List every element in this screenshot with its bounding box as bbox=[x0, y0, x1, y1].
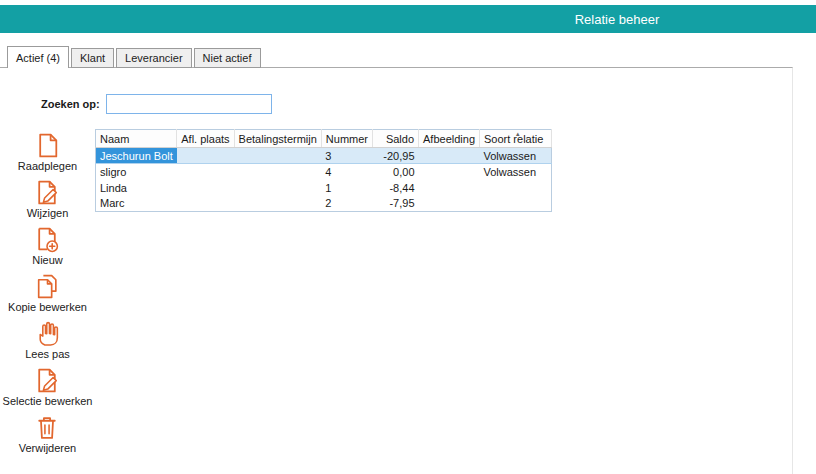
table-cell[interactable] bbox=[419, 196, 480, 212]
table-cell[interactable] bbox=[234, 196, 321, 212]
trash-icon bbox=[34, 414, 60, 441]
table-cell[interactable] bbox=[234, 148, 321, 164]
table-body: Jeschurun Bolt3-20,95Volwassensligro40,0… bbox=[96, 148, 552, 212]
window-title: Relatie beheer bbox=[575, 12, 660, 27]
column-header-label: Soort relatie bbox=[484, 133, 543, 145]
action-label: Wijzigen bbox=[27, 207, 69, 219]
table-cell[interactable]: -7,95 bbox=[373, 196, 419, 212]
action-nieuw[interactable]: Nieuw bbox=[32, 226, 63, 266]
table-cell[interactable]: sligro bbox=[96, 164, 177, 180]
table-row[interactable]: sligro40,00Volwassen bbox=[96, 164, 552, 180]
table-cell[interactable] bbox=[419, 180, 480, 196]
table-cell[interactable]: -20,95 bbox=[373, 148, 419, 164]
action-raadplegen[interactable]: Raadplegen bbox=[18, 132, 77, 172]
table-cell[interactable]: 3 bbox=[321, 148, 372, 164]
column-header-soort-relatie[interactable]: ▴ Soort relatie bbox=[480, 130, 552, 148]
table-cell[interactable]: 0,00 bbox=[373, 164, 419, 180]
column-header-saldo[interactable]: Saldo bbox=[373, 130, 419, 148]
document-view-icon bbox=[35, 132, 61, 159]
table-cell[interactable]: Volwassen bbox=[480, 148, 552, 164]
table-cell[interactable]: Jeschurun Bolt bbox=[96, 148, 177, 164]
action-label: Selectie bewerken bbox=[3, 395, 93, 407]
read-card-hand-icon bbox=[35, 320, 61, 347]
column-header-afbeelding[interactable]: Afbeelding bbox=[419, 130, 480, 148]
action-kopie-bewerken[interactable]: Kopie bewerken bbox=[8, 273, 87, 313]
column-header-nummer[interactable]: Nummer bbox=[321, 130, 372, 148]
copy-document-icon bbox=[34, 273, 60, 300]
action-verwijderen[interactable]: Verwijderen bbox=[19, 414, 76, 454]
table-cell[interactable]: 2 bbox=[321, 196, 372, 212]
action-lees-pas[interactable]: Lees pas bbox=[25, 320, 70, 360]
table-cell[interactable]: Linda bbox=[96, 180, 177, 196]
relations-table: Naam Afl. plaats Betalingstermijn Nummer… bbox=[95, 129, 552, 212]
tab-niet-actief[interactable]: Niet actief bbox=[194, 48, 261, 68]
search-label: Zoeken op: bbox=[41, 98, 100, 110]
table-cell[interactable]: 4 bbox=[321, 164, 372, 180]
table-row[interactable]: Linda1-8,44 bbox=[96, 180, 552, 196]
document-edit-icon bbox=[34, 179, 60, 206]
content-area: Zoeken op: Raadplegen Wijzigen bbox=[0, 67, 793, 474]
table-cell[interactable] bbox=[177, 148, 234, 164]
tab-bar: Actief (4) Klant Leverancier Niet actief bbox=[7, 46, 263, 68]
column-header-naam[interactable]: Naam bbox=[96, 130, 177, 148]
sort-ascending-icon: ▴ bbox=[516, 130, 520, 137]
action-wijzigen[interactable]: Wijzigen bbox=[27, 179, 69, 219]
table-cell[interactable] bbox=[234, 164, 321, 180]
tab-actief[interactable]: Actief (4) bbox=[7, 46, 69, 68]
action-label: Nieuw bbox=[32, 254, 63, 266]
search-input[interactable] bbox=[106, 94, 272, 114]
column-header-afl-plaats[interactable]: Afl. plaats bbox=[177, 130, 234, 148]
tab-leverancier[interactable]: Leverancier bbox=[116, 48, 191, 68]
table-cell[interactable] bbox=[480, 196, 552, 212]
action-sidebar: Raadplegen Wijzigen Nieuw bbox=[0, 132, 95, 461]
table-header-row: Naam Afl. plaats Betalingstermijn Nummer… bbox=[96, 130, 552, 148]
table-cell[interactable] bbox=[419, 164, 480, 180]
table-row[interactable]: Marc2-7,95 bbox=[96, 196, 552, 212]
tab-klant[interactable]: Klant bbox=[71, 48, 114, 68]
table-row[interactable]: Jeschurun Bolt3-20,95Volwassen bbox=[96, 148, 552, 164]
table-cell[interactable] bbox=[480, 180, 552, 196]
table-cell[interactable]: Volwassen bbox=[480, 164, 552, 180]
action-label: Lees pas bbox=[25, 348, 70, 360]
action-label: Kopie bewerken bbox=[8, 301, 87, 313]
table-cell[interactable] bbox=[419, 148, 480, 164]
action-selectie-bewerken[interactable]: Selectie bewerken bbox=[3, 367, 93, 407]
selection-edit-icon bbox=[34, 367, 60, 394]
table-cell[interactable]: -8,44 bbox=[373, 180, 419, 196]
table-cell[interactable] bbox=[177, 180, 234, 196]
table-cell[interactable]: Marc bbox=[96, 196, 177, 212]
column-header-betalingstermijn[interactable]: Betalingstermijn bbox=[234, 130, 321, 148]
table-cell[interactable] bbox=[177, 196, 234, 212]
title-bar: Relatie beheer bbox=[0, 5, 816, 33]
document-add-icon bbox=[34, 226, 60, 253]
table-cell[interactable] bbox=[234, 180, 321, 196]
table-cell[interactable]: 1 bbox=[321, 180, 372, 196]
action-label: Raadplegen bbox=[18, 160, 77, 172]
table-cell[interactable] bbox=[177, 164, 234, 180]
action-label: Verwijderen bbox=[19, 442, 76, 454]
